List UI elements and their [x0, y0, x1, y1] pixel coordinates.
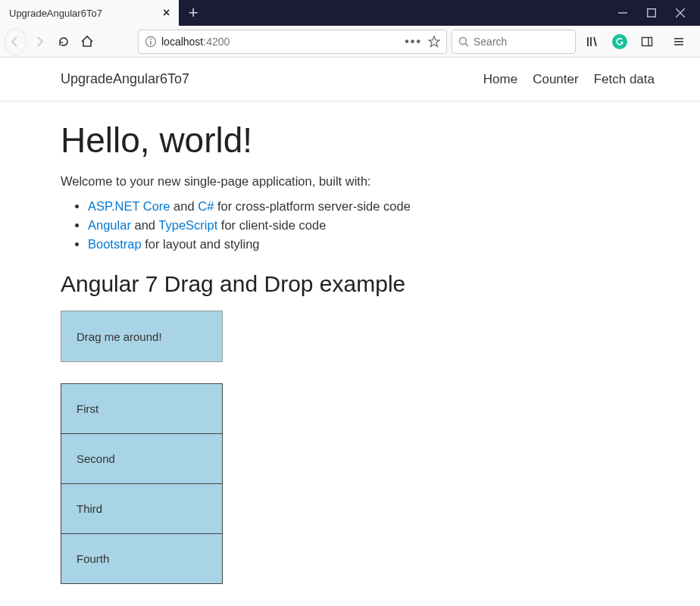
list-item: Bootstrap for layout and styling: [88, 237, 639, 251]
close-tab-icon[interactable]: ×: [163, 7, 170, 19]
nav-link-counter[interactable]: Counter: [533, 72, 578, 87]
intro-text: Welcome to your new single-page applicat…: [61, 174, 639, 189]
search-icon: [458, 36, 469, 47]
drag-list: First Second Third Fourth: [61, 383, 223, 584]
menu-icon[interactable]: [667, 30, 691, 54]
grammarly-icon[interactable]: [612, 34, 627, 49]
link-typescript[interactable]: TypeScript: [158, 218, 217, 232]
svg-point-7: [460, 37, 467, 44]
sidebar-icon[interactable]: [635, 30, 659, 54]
maximize-icon[interactable]: [647, 8, 656, 17]
app-nav-links: Home Counter Fetch data: [483, 72, 655, 87]
section-heading: Angular 7 Drag and Drop example: [61, 271, 639, 297]
search-input[interactable]: [473, 36, 569, 48]
tech-list: ASP.NET Core and C# for cross-platform s…: [88, 199, 639, 251]
library-icon[interactable]: [580, 30, 605, 54]
search-bar[interactable]: [452, 30, 576, 54]
svg-rect-1: [648, 9, 656, 17]
browser-tab[interactable]: UpgradeAngular6To7 ×: [0, 0, 179, 26]
window-titlebar: UpgradeAngular6To7 × +: [0, 0, 700, 26]
reload-button[interactable]: [55, 30, 73, 54]
info-icon[interactable]: [145, 36, 157, 48]
drag-single-box[interactable]: Drag me around!: [61, 311, 223, 362]
page-viewport[interactable]: UpgradeAngular6To7 Home Counter Fetch da…: [0, 58, 700, 606]
link-angular[interactable]: Angular: [88, 218, 131, 232]
drag-item[interactable]: Fourth: [61, 533, 223, 584]
page-actions-icon[interactable]: •••: [405, 35, 422, 48]
tab-title: UpgradeAngular6To7: [9, 8, 102, 19]
link-aspnet-core[interactable]: ASP.NET Core: [88, 199, 170, 213]
drag-item[interactable]: Third: [61, 483, 223, 534]
home-button[interactable]: [78, 30, 97, 54]
link-csharp[interactable]: C#: [198, 199, 214, 213]
drag-item[interactable]: Second: [61, 433, 223, 484]
svg-rect-12: [642, 37, 652, 45]
browser-toolbar: localhost:4200 •••: [0, 26, 700, 58]
svg-rect-6: [150, 41, 152, 45]
nav-link-home[interactable]: Home: [483, 72, 517, 87]
url-bar[interactable]: localhost:4200 •••: [138, 30, 447, 54]
app-brand[interactable]: UpgradeAngular6To7: [61, 71, 189, 87]
svg-point-5: [150, 39, 152, 40]
url-text: localhost:4200: [161, 36, 230, 48]
svg-line-11: [594, 37, 596, 46]
page-heading: Hello, world!: [61, 120, 639, 161]
forward-button[interactable]: [31, 30, 50, 54]
link-bootstrap[interactable]: Bootstrap: [88, 237, 142, 251]
close-window-icon[interactable]: [676, 8, 685, 17]
drag-item[interactable]: First: [61, 383, 223, 434]
new-tab-button[interactable]: +: [179, 0, 208, 26]
window-controls: [618, 0, 700, 26]
minimize-icon[interactable]: [618, 8, 627, 17]
list-item: ASP.NET Core and C# for cross-platform s…: [88, 199, 639, 214]
app-navbar: UpgradeAngular6To7 Home Counter Fetch da…: [0, 58, 700, 102]
bookmark-star-icon[interactable]: [428, 36, 440, 48]
back-button[interactable]: [5, 28, 27, 55]
list-item: Angular and TypeScript for client-side c…: [88, 218, 639, 233]
nav-link-fetch-data[interactable]: Fetch data: [594, 72, 655, 87]
svg-line-8: [466, 43, 469, 46]
